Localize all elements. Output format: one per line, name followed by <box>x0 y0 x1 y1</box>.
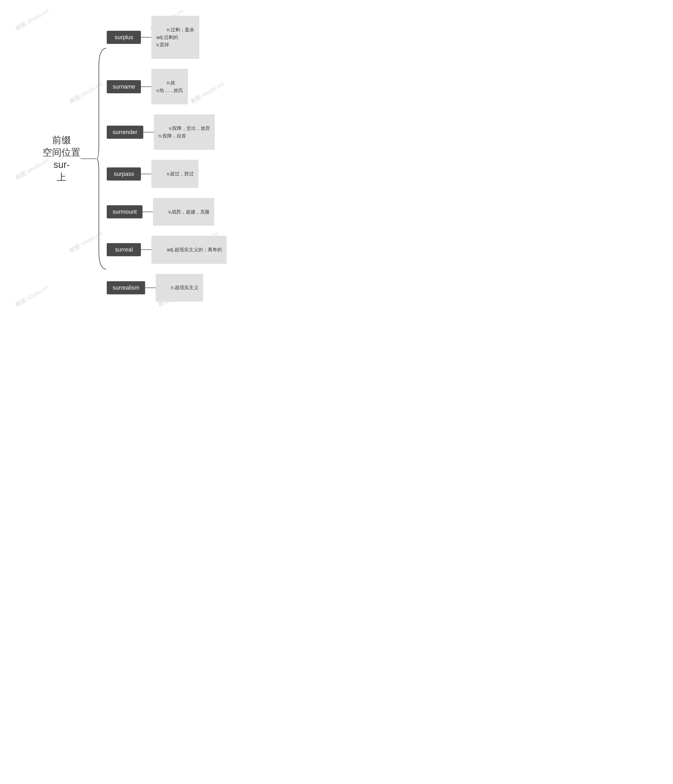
word-row-surmount: surmount v.战胜，超越，克服 <box>107 198 214 226</box>
word-row-surname: surname n.姓 v.给……姓氏 <box>107 69 188 104</box>
word-row-surrealism: surrealism n.超现实主义 <box>107 274 203 302</box>
definition-surname: n.姓 v.给……姓氏 <box>151 69 188 104</box>
dash-surrender <box>143 132 154 132</box>
word-box-surrealism: surrealism <box>107 281 145 294</box>
word-row-surpass: surpass v.超过，胜过 <box>107 160 198 188</box>
word-box-surpass: surpass <box>107 167 141 180</box>
word-box-surmount: surmount <box>107 205 142 218</box>
dash-surplus <box>141 37 151 37</box>
word-box-surrender: surrender <box>107 126 143 139</box>
dash-surmount <box>142 212 153 212</box>
definition-surplus: n.过剩；盈余 adj.过剩的 v.卖掉 <box>151 16 199 59</box>
dash-surname <box>141 87 151 87</box>
word-row-surplus: surplus n.过剩；盈余 adj.过剩的 v.卖掉 <box>107 16 199 59</box>
watermark: 树图 shutu.cn <box>14 283 50 309</box>
definition-surreal: adj.超现实主义的；离奇的 <box>151 236 226 264</box>
word-row-surrender: surrender v.投降，交出，放弃 n.投降，自首 <box>107 114 215 150</box>
definition-surmount: v.战胜，超越，克服 <box>153 198 214 226</box>
bracket-svg <box>96 40 107 277</box>
word-box-surreal: surreal <box>107 243 141 256</box>
word-list: surplus n.过剩；盈余 adj.过剩的 v.卖掉 surname n.姓… <box>107 16 226 302</box>
root-node: 前缀 空间位置 sur- 上 <box>43 134 81 183</box>
definition-surpass: v.超过，胜过 <box>151 160 198 188</box>
root-line3: sur- <box>53 159 70 170</box>
definition-surrender: v.投降，交出，放弃 n.投降，自首 <box>154 114 215 150</box>
word-row-surreal: surreal adj.超现实主义的；离奇的 <box>107 236 226 264</box>
root-text: 前缀 空间位置 sur- 上 <box>43 134 81 183</box>
root-to-bracket-line <box>81 159 96 159</box>
word-box-surname: surname <box>107 80 141 93</box>
word-box-surplus: surplus <box>107 31 141 44</box>
dash-surrealism <box>145 288 156 288</box>
root-line1: 前缀 <box>52 135 71 145</box>
definition-surrealism: n.超现实主义 <box>156 274 203 302</box>
root-line2: 空间位置 <box>43 147 81 158</box>
dash-surreal <box>141 249 151 250</box>
root-line4: 上 <box>57 172 66 182</box>
watermark: 树图 shutu.cn <box>14 7 50 33</box>
main-container: 树图 shutu.cn 树图 shutu.cn 树图 shutu.cn 树图 s… <box>0 0 269 317</box>
dash-surpass <box>141 174 151 174</box>
